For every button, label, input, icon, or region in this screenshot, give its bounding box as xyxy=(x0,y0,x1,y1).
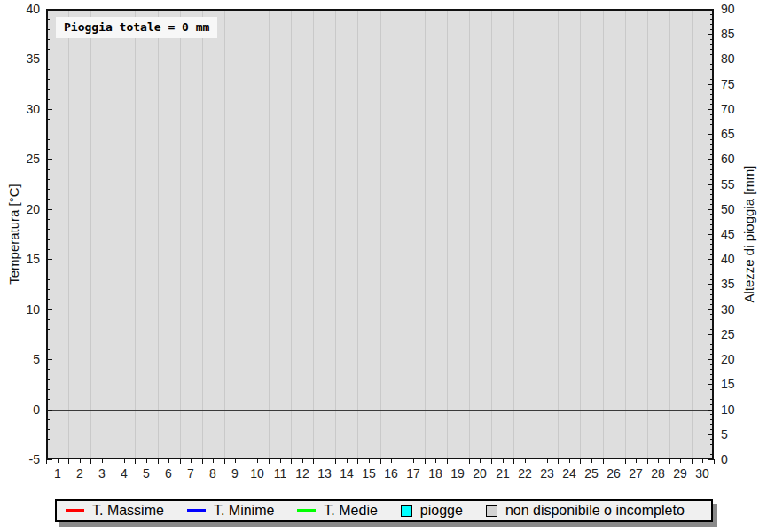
x-axis-tick xyxy=(603,459,604,464)
x-axis-tick xyxy=(714,459,715,464)
x-axis-tick xyxy=(291,459,292,464)
x-axis-tick xyxy=(313,459,314,464)
left-axis-tick-label: 20 xyxy=(4,202,40,216)
x-axis-minor-tick xyxy=(168,459,169,463)
left-axis-tick-label: 40 xyxy=(4,2,40,16)
x-axis-minor-tick xyxy=(480,459,481,463)
x-axis-tick xyxy=(269,459,270,464)
legend-label: T. Medie xyxy=(324,503,377,519)
right-axis-tick-label: 15 xyxy=(721,377,756,391)
legend-item: T. Massime xyxy=(66,503,164,519)
left-axis-tick-label: 35 xyxy=(4,51,40,66)
right-axis-tick-label: 5 xyxy=(721,427,756,442)
legend-item: piogge xyxy=(401,503,463,519)
left-axis-tick-label: 15 xyxy=(4,252,40,266)
x-axis-minor-tick xyxy=(680,459,681,463)
right-axis-tick-label: 50 xyxy=(721,202,756,216)
x-axis-tick xyxy=(536,459,536,464)
left-axis-tick-label: 5 xyxy=(4,352,40,366)
x-axis-minor-tick xyxy=(146,459,147,463)
right-axis-tick-label: 20 xyxy=(721,352,756,366)
legend-item: non disponibile o incompleto xyxy=(486,503,685,519)
x-axis-minor-tick xyxy=(591,459,592,463)
x-axis-tick xyxy=(247,459,247,464)
x-axis-tick xyxy=(202,459,203,464)
x-axis-minor-tick xyxy=(280,459,281,463)
legend-label: T. Minime xyxy=(214,503,274,519)
legend-label: piogge xyxy=(420,503,463,519)
right-axis-tick-label: 85 xyxy=(721,27,756,41)
rain-temperature-chart: Pioggia totale = 0 mm Temperatura [°C] A… xyxy=(0,0,767,532)
right-axis-tick-label: 55 xyxy=(721,177,756,192)
x-axis-minor-tick xyxy=(435,459,436,463)
x-axis-minor-tick xyxy=(102,459,103,463)
x-axis-tick xyxy=(224,459,225,464)
right-axis-tick-label: 75 xyxy=(721,77,756,91)
x-axis-minor-tick xyxy=(369,459,370,463)
day-label: 30 xyxy=(689,466,716,481)
x-axis-minor-tick xyxy=(525,459,526,463)
x-axis-tick xyxy=(46,459,47,464)
x-axis-minor-tick xyxy=(124,459,125,463)
x-axis-minor-tick xyxy=(413,459,414,463)
right-axis-tick-label: 80 xyxy=(721,51,756,66)
x-axis-minor-tick xyxy=(503,459,504,463)
x-axis-minor-tick xyxy=(547,459,548,463)
x-axis-tick xyxy=(403,459,403,464)
x-axis-tick xyxy=(357,459,358,464)
right-axis-tick-label: 60 xyxy=(721,152,756,166)
legend-marker-t-minime xyxy=(187,509,206,512)
right-axis-tick-label: 0 xyxy=(721,452,756,466)
x-axis-minor-tick xyxy=(614,459,614,463)
x-axis-minor-tick xyxy=(213,459,214,463)
x-axis-tick xyxy=(158,459,159,464)
legend-marker-piogge xyxy=(401,505,412,517)
right-axis-tick xyxy=(708,459,714,460)
legend: T. MassimeT. MinimeT. Mediepioggenon dis… xyxy=(55,499,713,522)
legend-item: T. Medie xyxy=(297,503,377,519)
legend-marker-t-massime xyxy=(66,509,84,512)
left-axis-tick-label: 0 xyxy=(4,403,40,417)
left-axis-title: Temperatura [°C] xyxy=(5,101,23,367)
right-axis-tick-label: 30 xyxy=(721,302,756,317)
plot-frame xyxy=(46,9,714,459)
x-axis-minor-tick xyxy=(347,459,348,463)
x-axis-minor-tick xyxy=(58,459,59,463)
x-axis-minor-tick xyxy=(191,459,192,463)
right-axis-tick-label: 25 xyxy=(721,327,756,341)
x-axis-minor-tick xyxy=(391,459,392,463)
x-axis-tick xyxy=(425,459,426,464)
x-axis-tick xyxy=(692,459,693,464)
x-axis-tick xyxy=(669,459,670,464)
x-axis-tick xyxy=(469,459,470,464)
x-axis-minor-tick xyxy=(702,459,703,463)
x-axis-minor-tick xyxy=(569,459,570,463)
x-axis-minor-tick xyxy=(302,459,303,463)
x-axis-tick xyxy=(180,459,181,464)
x-axis-tick xyxy=(513,459,514,464)
x-axis-minor-tick xyxy=(235,459,236,463)
x-axis-tick xyxy=(625,459,626,464)
left-axis-tick-label: 25 xyxy=(4,152,40,166)
x-axis-minor-tick xyxy=(80,459,81,463)
left-axis-tick-label: -5 xyxy=(4,452,40,466)
left-axis-tick-label: 30 xyxy=(4,102,40,116)
right-axis-tick-label: 45 xyxy=(721,227,756,241)
x-axis-tick xyxy=(335,459,336,464)
x-axis-tick xyxy=(113,459,113,464)
legend-marker-non-disponibile-o-incompleto xyxy=(486,505,497,517)
x-axis-tick xyxy=(558,459,559,464)
legend-marker-t-medie xyxy=(297,509,316,512)
x-axis-minor-tick xyxy=(458,459,458,463)
x-axis-minor-tick xyxy=(658,459,659,463)
legend-label: T. Massime xyxy=(92,503,164,519)
x-axis-minor-tick xyxy=(325,459,325,463)
right-axis-tick-label: 65 xyxy=(721,127,756,141)
x-axis-tick xyxy=(135,459,136,464)
x-axis-tick xyxy=(68,459,69,464)
rain-total-annotation: Pioggia totale = 0 mm xyxy=(56,17,217,38)
x-axis-minor-tick xyxy=(257,459,258,463)
right-axis-tick-label: 90 xyxy=(721,2,756,16)
x-axis-tick xyxy=(580,459,581,464)
left-axis-tick-label: 10 xyxy=(4,302,40,317)
